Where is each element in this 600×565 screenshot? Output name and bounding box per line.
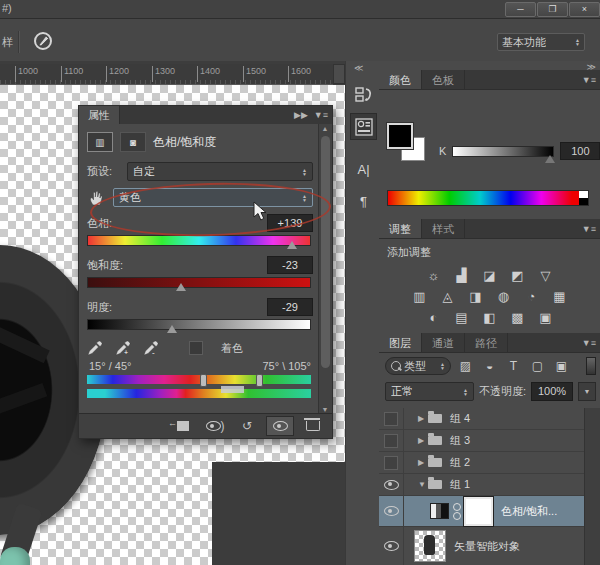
history-panel-icon[interactable] [350,81,377,108]
layer-row-smart-object[interactable]: 矢量智能对象 [379,527,585,565]
blend-mode-dropdown[interactable]: 正常 ▲▼ [385,382,474,401]
view-previous-state-icon[interactable]: ) [202,417,228,435]
reset-icon[interactable]: ↺ [234,417,260,435]
eyedropper-icon[interactable] [87,340,103,356]
hue-ramp-bottom[interactable] [87,389,311,398]
visibility-eye-icon[interactable] [384,480,399,490]
filter-adjustment-icon[interactable]: ◒ [480,359,499,374]
hue-slider[interactable] [87,235,311,246]
smart-object-thumbnail[interactable] [414,530,446,562]
filter-image-icon[interactable]: ▨ [456,359,475,374]
tab-adjustments[interactable]: 调整 [379,219,422,238]
saturation-value[interactable]: -23 [267,256,313,274]
hue-saturation-icon[interactable]: ▥ [410,289,429,304]
opacity-dropdown-icon[interactable]: ▼ [578,382,596,401]
k-slider[interactable] [452,146,554,157]
black-white-icon[interactable]: ◨ [466,289,485,304]
color-lookup-icon[interactable]: ▦ [550,289,569,304]
visibility-icon[interactable] [266,416,294,436]
color-spectrum-bar[interactable] [387,190,589,206]
black-swatch[interactable] [579,198,588,205]
foreground-color-swatch[interactable] [387,123,413,149]
layer-row-group1[interactable]: ▼ 组 1 [379,474,585,496]
hue-ramp-top[interactable] [87,375,311,384]
curves-icon[interactable]: ◪ [480,268,499,283]
filter-switch-icon[interactable] [586,357,596,375]
tab-styles[interactable]: 样式 [422,219,465,238]
layers-scroll-strip[interactable] [584,408,600,565]
exposure-icon[interactable]: ◩ [508,268,527,283]
scrollbar-thumb[interactable] [321,136,330,368]
collapse-arrow-icon[interactable]: ▼ [418,480,428,489]
layer-mask-icon[interactable]: ◙ [120,132,146,152]
saturation-slider[interactable] [87,277,311,288]
layer-mask-thumbnail[interactable] [464,497,493,526]
layer-row-group2[interactable]: ▶ 组 2 [379,452,585,474]
levels-icon[interactable]: ▟ [452,268,471,283]
k-slider-handle[interactable] [545,155,555,163]
expand-arrow-icon[interactable]: ▶ [418,414,428,423]
lightness-slider-handle[interactable] [167,325,177,333]
properties-panel-icon[interactable] [350,113,377,140]
visibility-eye-icon[interactable] [384,506,399,516]
minimize-button[interactable]: ─ [505,2,536,17]
channel-mixer-icon[interactable]: ◔ [522,289,541,304]
tab-color[interactable]: 颜色 [379,70,422,89]
filter-type-icon[interactable]: T [504,359,523,374]
subtract-from-sample-eyedropper-icon[interactable]: - [143,340,159,356]
scroll-up-icon[interactable]: ▲ [319,125,331,132]
selected-range-indicator[interactable] [221,386,243,393]
panel-menu-icon[interactable]: ▼≡ [582,75,596,85]
restore-button[interactable]: ❐ [537,2,568,17]
properties-scrollbar[interactable]: ▲ ▼ [318,124,332,414]
range-handle[interactable] [256,374,263,387]
close-button[interactable]: × [569,2,600,17]
hue-slider-handle[interactable] [287,241,297,249]
tab-properties[interactable]: 属性 [79,106,120,124]
visibility-eye-icon[interactable] [384,541,399,551]
posterize-icon[interactable]: ▤ [452,310,471,325]
delete-icon[interactable] [300,417,326,435]
add-to-sample-eyedropper-icon[interactable]: + [115,340,131,356]
filter-smart-object-icon[interactable]: ▣ [552,359,571,374]
paragraph-panel-icon[interactable]: ¶ [350,188,377,215]
invert-icon[interactable]: ◐ [424,310,443,325]
brightness-contrast-icon[interactable]: ☼ [424,268,443,283]
expand-arrow-icon[interactable]: ▶ [418,436,428,445]
filter-shape-icon[interactable]: ▢ [528,359,547,374]
color-balance-icon[interactable]: ◬ [438,289,457,304]
threshold-icon[interactable]: ◧ [480,310,499,325]
scroll-down-icon[interactable]: ▼ [319,406,331,413]
layer-row-group4[interactable]: ▶ 组 4 [379,408,585,430]
clip-to-layer-icon[interactable] [170,417,196,435]
character-panel-icon[interactable]: A| [350,156,377,183]
visibility-toggle-off[interactable] [384,456,398,470]
collapse-panel-icon[interactable]: ▶▶ [294,110,308,120]
mask-link-icon[interactable] [453,503,460,520]
selective-color-icon[interactable]: ▣ [536,310,555,325]
adjustment-layer-thumbnail[interactable] [430,503,449,519]
sample-ring-icon[interactable] [32,30,54,52]
tab-paths[interactable]: 路径 [465,333,508,352]
lightness-slider[interactable] [87,319,311,330]
expand-arrow-icon[interactable]: ▶ [418,458,428,467]
tab-channels[interactable]: 通道 [422,333,465,352]
panel-menu-icon[interactable]: ▼≡ [582,224,596,234]
gradient-map-icon[interactable]: ▩ [508,310,527,325]
lightness-value[interactable]: -29 [267,298,313,316]
panel-menu-icon[interactable]: ▼≡ [582,338,596,348]
k-value[interactable]: 100 [560,142,600,160]
panel-menu-icon[interactable]: ▼≡ [314,110,328,120]
tab-layers[interactable]: 图层 [379,333,422,352]
collapse-dock-icon[interactable]: ≪ [354,63,363,73]
preset-dropdown[interactable]: 自定 ▲▼ [127,162,313,181]
visibility-toggle-off[interactable] [384,434,398,448]
tab-swatches[interactable]: 色板 [422,70,465,89]
colorize-checkbox[interactable] [189,341,203,355]
layer-row-hue-saturation[interactable]: 色相/饱和... [379,496,585,527]
saturation-slider-handle[interactable] [176,283,186,291]
range-handle[interactable] [200,374,207,387]
workspace-selector[interactable]: 基本功能 ▲▼ [497,33,585,51]
vibrance-icon[interactable]: ▽ [536,268,555,283]
photo-filter-icon[interactable]: ◍ [494,289,513,304]
